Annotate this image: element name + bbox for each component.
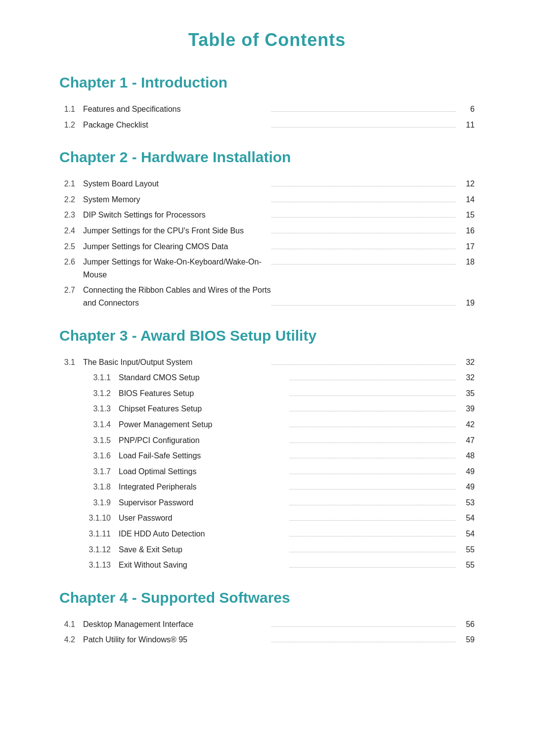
entry-number: 2.7 <box>59 284 83 297</box>
entry-page: 53 <box>460 496 475 509</box>
toc-entry-2-6: 2.6 Jumper Settings for Wake-On-Keyboard… <box>59 256 475 281</box>
toc-entry-4-1: 4.1 Desktop Management Interface 56 <box>59 618 475 631</box>
entry-title: Chipset Features Setup <box>119 402 285 415</box>
toc-entry-sub-3-1-13: 3.1.13Exit Without Saving55 <box>59 559 475 572</box>
entry-number: 3.1.2 <box>83 387 119 400</box>
entry-page: 6 <box>460 103 475 116</box>
entry-title: IDE HDD Auto Detection <box>119 528 285 540</box>
entry-title: Jumper Settings for Wake-On-Keyboard/Wak… <box>83 256 267 281</box>
entry-title: Integrated Peripherals <box>119 481 285 493</box>
entry-title: Jumper Settings for Clearing CMOS Data <box>83 240 267 253</box>
toc-entry-sub-3-1-3: 3.1.3Chipset Features Setup39 <box>59 402 475 415</box>
entry-dots <box>271 186 456 186</box>
entry-title: Jumper Settings for the CPU's Front Side… <box>83 224 267 237</box>
toc-entry-sub-3-1-12: 3.1.12Save & Exit Setup55 <box>59 543 475 556</box>
toc-entry-2-3: 2.3 DIP Switch Settings for Processors 1… <box>59 209 475 222</box>
entry-dots <box>271 642 456 642</box>
entry-number: 2.5 <box>59 240 83 253</box>
entry-number: 3.1.5 <box>83 434 119 447</box>
entry-title: Package Checklist <box>83 119 267 132</box>
entry-title-cont: and Connectors <box>83 297 267 310</box>
entry-number: 4.1 <box>59 618 83 631</box>
toc-entry-3-1: 3.1 The Basic Input/Output System 32 <box>59 356 475 369</box>
entry-dots <box>289 474 456 474</box>
entry-dots <box>289 380 456 380</box>
entry-number: 3.1.11 <box>83 528 119 540</box>
entry-page: 54 <box>460 512 475 525</box>
entry-dots <box>289 489 456 489</box>
entry-dots <box>271 626 456 627</box>
chapter-1-section: Chapter 1 - Introduction 1.1 Features an… <box>59 74 475 131</box>
chapter-3-subentries: 3.1.1Standard CMOS Setup323.1.2BIOS Feat… <box>59 371 475 572</box>
toc-entry-sub-3-1-10: 3.1.10User Password54 <box>59 512 475 525</box>
entry-dots <box>271 364 456 365</box>
entry-number: 3.1.7 <box>83 465 119 478</box>
toc-entry-sub-3-1-4: 3.1.4Power Management Setup42 <box>59 418 475 431</box>
entry-number: 1.2 <box>59 119 83 132</box>
toc-entry-2-7: 2.7 Connecting the Ribbon Cables and Wir… <box>59 284 475 309</box>
entry-title: Load Optimal Settings <box>119 465 285 478</box>
toc-entry-4-2: 4.2 Patch Utility for Windows® 95 59 <box>59 633 475 646</box>
entry-number: 3.1.13 <box>83 559 119 572</box>
entry-dots <box>289 396 456 396</box>
entry-title: The Basic Input/Output System <box>83 356 267 369</box>
toc-entry-2-5: 2.5 Jumper Settings for Clearing CMOS Da… <box>59 240 475 253</box>
entry-number: 3.1.10 <box>83 512 119 525</box>
entry-dots <box>271 249 456 249</box>
entry-page: 49 <box>460 465 475 478</box>
entry-number: 3.1.9 <box>83 496 119 509</box>
entry-dots <box>271 305 456 306</box>
toc-entry-1-1: 1.1 Features and Specifications 6 <box>59 103 475 116</box>
entry-number: 3.1.4 <box>83 418 119 431</box>
entry-page: 56 <box>460 618 475 631</box>
toc-entry-sub-3-1-6: 3.1.6Load Fail-Safe Settings48 <box>59 449 475 462</box>
entry-dots <box>271 127 456 128</box>
entry-page: 49 <box>460 481 475 493</box>
entry-title: System Board Layout <box>83 178 267 190</box>
entry-dots <box>289 427 456 427</box>
entry-title: BIOS Features Setup <box>119 387 285 400</box>
entry-title: Features and Specifications <box>83 103 267 116</box>
entry-page: 12 <box>460 178 475 190</box>
chapter-2-heading: Chapter 2 - Hardware Installation <box>59 149 475 166</box>
entry-title: Power Management Setup <box>119 418 285 431</box>
entry-title: Supervisor Password <box>119 496 285 509</box>
entry-page: 32 <box>460 371 475 384</box>
toc-entry-sub-3-1-5: 3.1.5PNP/PCI Configuration47 <box>59 434 475 447</box>
entry-page: 18 <box>460 256 475 268</box>
entry-page: 59 <box>460 633 475 646</box>
toc-entry-2-2: 2.2 System Memory 14 <box>59 193 475 206</box>
entry-page: 19 <box>460 297 475 310</box>
entry-number: 1.1 <box>59 103 83 116</box>
entry-dots <box>271 217 456 218</box>
chapter-4-section: Chapter 4 - Supported Softwares 4.1 Desk… <box>59 589 475 646</box>
entry-page: 16 <box>460 224 475 237</box>
entry-dots <box>271 233 456 233</box>
toc-entry-sub-3-1-8: 3.1.8Integrated Peripherals49 <box>59 481 475 493</box>
entry-page: 54 <box>460 528 475 540</box>
entry-number: 2.2 <box>59 193 83 206</box>
entry-page: 17 <box>460 240 475 253</box>
chapter-1-heading: Chapter 1 - Introduction <box>59 74 475 91</box>
entry-number: 4.2 <box>59 633 83 646</box>
entry-dots <box>289 411 456 411</box>
entry-title: Load Fail-Safe Settings <box>119 449 285 462</box>
entry-page: 14 <box>460 193 475 206</box>
entry-number: 3.1 <box>59 356 83 369</box>
entry-dots <box>289 567 456 568</box>
toc-entry-sub-3-1-2: 3.1.2BIOS Features Setup35 <box>59 387 475 400</box>
entry-page: 48 <box>460 449 475 462</box>
entry-title: DIP Switch Settings for Processors <box>83 209 267 222</box>
entry-page: 35 <box>460 387 475 400</box>
chapter-2-section: Chapter 2 - Hardware Installation 2.1 Sy… <box>59 149 475 309</box>
entry-number: 2.6 <box>59 256 83 268</box>
entry-dots <box>289 552 456 552</box>
toc-entry-1-2: 1.2 Package Checklist 11 <box>59 119 475 132</box>
entry-dots <box>271 202 456 202</box>
page-title: Table of Contents <box>59 30 475 50</box>
entry-title: Standard CMOS Setup <box>119 371 285 384</box>
entry-dots <box>271 111 456 112</box>
entry-title: Connecting the Ribbon Cables and Wires o… <box>83 284 475 297</box>
entry-dots <box>289 520 456 521</box>
entry-page: 39 <box>460 402 475 415</box>
